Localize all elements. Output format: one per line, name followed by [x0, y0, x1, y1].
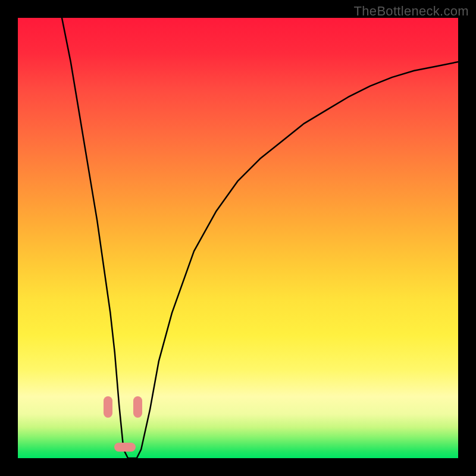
bottleneck-curve — [18, 18, 458, 458]
watermark-text: TheBottleneck.com — [354, 4, 469, 19]
plot-area — [18, 18, 458, 458]
marker-left — [104, 396, 112, 418]
marker-right — [133, 396, 142, 418]
marker-bottom — [114, 443, 136, 452]
